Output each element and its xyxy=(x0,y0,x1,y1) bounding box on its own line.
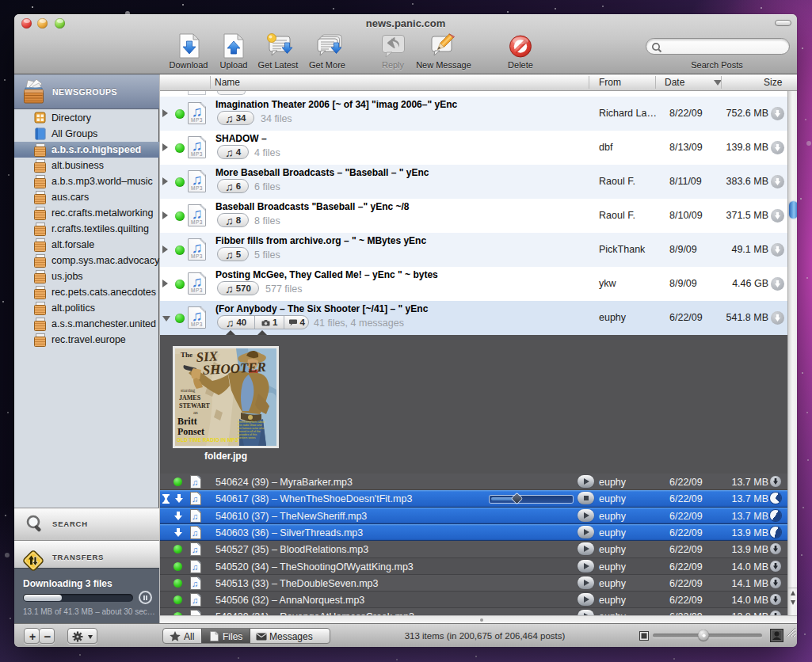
svg-text:Britt: Britt xyxy=(177,416,197,427)
svg-text:STEWART: STEWART xyxy=(179,402,211,409)
svg-text:as: as xyxy=(193,409,198,416)
svg-text:OLD TIME RADIO IN MP3: OLD TIME RADIO IN MP3 xyxy=(177,437,238,443)
svg-text:Ponset: Ponset xyxy=(177,426,204,437)
svg-text:JAMES: JAMES xyxy=(179,394,201,401)
svg-text:The: The xyxy=(181,351,193,359)
svg-text:starring: starring xyxy=(181,388,195,393)
svg-text:western series: western series xyxy=(238,436,256,439)
